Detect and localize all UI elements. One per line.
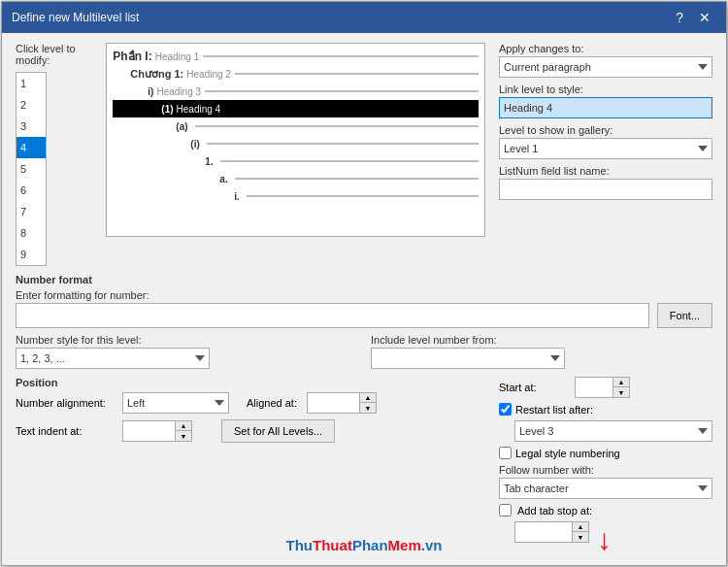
follow-row: Follow number with: Tab character [499, 464, 712, 499]
level-item-4[interactable]: 4 [17, 137, 46, 158]
add-tab-down[interactable]: ▼ [573, 532, 588, 542]
preview-text-2: Heading 2 [186, 69, 231, 80]
link-level-label: Link level to style: [499, 83, 712, 95]
alignment-row: Number alignment: Left Aligned at: 0.75"… [16, 392, 485, 414]
indent-up[interactable]: ▲ [176, 421, 191, 431]
preview-bar-6 [207, 143, 479, 145]
enter-format-label: Enter formatting for number: [16, 289, 712, 301]
middle-section: Position Number alignment: Left Aligned … [16, 377, 712, 543]
preview-label-8: a. [219, 174, 227, 184]
include-level-select[interactable] [371, 348, 565, 369]
top-section: Click level to modify: 123456789 Phần I:… [16, 43, 712, 266]
start-at-input[interactable]: 1 [575, 377, 613, 398]
preview-line-8: a. [113, 170, 479, 187]
preview-box: Phần I:Heading 1Chương 1:Heading 2i)Head… [106, 43, 485, 237]
add-tab-input[interactable]: 1" [514, 521, 573, 543]
preview-label-9: i. [234, 191, 240, 202]
level-item-6[interactable]: 6 [17, 180, 46, 201]
listnum-label: ListNum field list name: [499, 165, 712, 177]
start-at-down[interactable]: ▼ [613, 387, 629, 397]
preview-label-3: i) [148, 86, 153, 97]
legal-label: Legal style numbering [515, 448, 620, 459]
preview-bar-9 [247, 195, 479, 197]
preview-bar-2 [235, 73, 479, 75]
add-tab-up[interactable]: ▲ [573, 522, 588, 532]
preview-bar-3 [205, 90, 479, 92]
start-at-up[interactable]: ▲ [613, 378, 629, 387]
level-list-container: 123456789 [16, 72, 92, 266]
legal-checkbox[interactable] [499, 447, 512, 459]
bottom-bar: << Less ↓ OK Cancel [16, 550, 712, 565]
dialog-body: Click level to modify: 123456789 Phần I:… [2, 33, 726, 565]
indent-label: Text indent at: [16, 425, 113, 437]
aligned-at-input[interactable]: 0.75" [307, 392, 360, 414]
level-item-9[interactable]: 9 [17, 244, 46, 265]
set-levels-button[interactable]: Set for All Levels... [221, 419, 335, 443]
level-item-1[interactable]: 1 [17, 73, 46, 94]
apply-changes-group: Apply changes to: Current paragraph [499, 43, 712, 78]
indent-spinner-btns: ▲ ▼ [176, 420, 192, 442]
font-button[interactable]: Font... [657, 303, 712, 328]
aligned-at-up[interactable]: ▲ [360, 393, 376, 403]
format-row: Enter formatting for number: (1) Font... [16, 289, 712, 328]
number-format-title: Number format [16, 274, 712, 285]
right-panel: Apply changes to: Current paragraph Link… [499, 43, 712, 266]
preview-line-5: (a) [113, 117, 479, 135]
indent-spinner: 1" ▲ ▼ [122, 420, 192, 442]
restart-level-select[interactable]: Level 3 [514, 420, 712, 442]
help-button[interactable]: ? [670, 8, 689, 27]
number-format-section: Number format Enter formatting for numbe… [16, 274, 712, 369]
listnum-input[interactable] [499, 179, 712, 200]
include-level-label: Include level number from: [371, 334, 712, 346]
level-item-3[interactable]: 3 [17, 116, 46, 137]
preview-bar-8 [235, 178, 479, 180]
link-level-select[interactable]: Heading 4 [499, 97, 712, 118]
link-level-group: Link level to style: Heading 4 [499, 83, 712, 118]
preview-bar-4 [224, 103, 475, 115]
position-title: Position [16, 377, 485, 388]
preview-line-2: Chương 1:Heading 2 [113, 65, 479, 83]
aligned-at-label: Aligned at: [247, 397, 297, 409]
level-gallery-label: Level to show in gallery: [499, 124, 712, 136]
preview-line-1: Phần I:Heading 1 [113, 48, 479, 65]
restart-checkbox[interactable] [499, 403, 512, 416]
listnum-group: ListNum field list name: [499, 165, 712, 200]
level-item-8[interactable]: 8 [17, 222, 46, 244]
title-bar: Define new Multilevel list ? ✕ [2, 2, 726, 33]
start-at-spinner: 1 ▲ ▼ [575, 377, 630, 398]
aligned-at-down[interactable]: ▼ [360, 403, 376, 413]
title-controls: ? ✕ [670, 8, 716, 27]
indent-down[interactable]: ▼ [176, 431, 191, 441]
follow-select[interactable]: Tab character [499, 478, 712, 499]
aligned-at-spinner-btns: ▲ ▼ [360, 392, 377, 414]
define-multilevel-dialog: Define new Multilevel list ? ✕ Click lev… [1, 1, 727, 566]
restart-label: Restart list after: [515, 404, 593, 416]
level-list[interactable]: 123456789 [16, 72, 47, 266]
restart-checkbox-row: Restart list after: [499, 403, 712, 416]
alignment-label: Number alignment: [16, 397, 113, 409]
number-style-label: Number style for this level: [16, 334, 357, 346]
add-tab-row: Add tab stop at: [499, 504, 712, 517]
apply-changes-select[interactable]: Current paragraph [499, 56, 712, 78]
level-gallery-select[interactable]: Level 1 [499, 138, 712, 159]
indent-input[interactable]: 1" [122, 420, 176, 442]
level-item-2[interactable]: 2 [17, 94, 46, 116]
preview-line-9: i. [113, 187, 479, 205]
add-tab-checkbox[interactable] [499, 504, 512, 517]
level-item-7[interactable]: 7 [17, 201, 46, 222]
include-level-col: Include level number from: [371, 334, 712, 369]
preview-line-4: (1)Heading 4 [113, 100, 479, 117]
legal-checkbox-row: Legal style numbering [499, 447, 712, 459]
preview-line-3: i)Heading 3 [113, 83, 479, 100]
level-item-5[interactable]: 5 [17, 158, 46, 180]
follow-label: Follow number with: [499, 464, 712, 476]
restart-level-group: Level 3 [499, 420, 712, 442]
preview-label-6: (i) [190, 139, 199, 150]
close-button[interactable]: ✕ [693, 8, 716, 27]
number-style-select[interactable]: 1, 2, 3, ... [16, 348, 210, 369]
format-input[interactable]: (1) [16, 303, 649, 328]
start-at-row: Start at: 1 ▲ ▼ [499, 377, 712, 398]
alignment-select[interactable]: Left [122, 392, 229, 414]
preview-label-2: Chương 1: [130, 68, 183, 81]
dialog-title: Define new Multilevel list [12, 11, 139, 24]
